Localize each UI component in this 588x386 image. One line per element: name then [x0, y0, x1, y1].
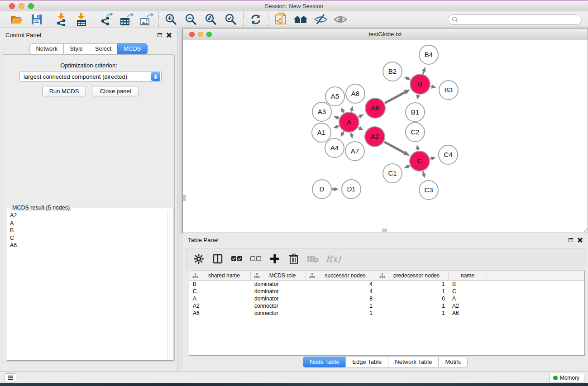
node-table[interactable]: shared nameMCDS rolesuccessor nodesprede…: [189, 271, 585, 356]
mcds-result-list[interactable]: A2ABCA6: [8, 211, 167, 360]
graph-node-C3[interactable]: C3: [419, 181, 438, 200]
horizontal-scroll-indicator[interactable]: [382, 229, 387, 232]
open-session-icon[interactable]: [9, 12, 24, 27]
export-network-icon[interactable]: [99, 12, 114, 27]
table-cell[interactable]: C: [449, 288, 487, 295]
table-cell[interactable]: B: [189, 281, 251, 287]
close-panel-icon[interactable]: [167, 33, 172, 38]
graph-node-A3[interactable]: A3: [312, 102, 331, 121]
delete-column-icon[interactable]: [288, 253, 300, 265]
graph-node-B[interactable]: B: [410, 74, 430, 94]
new-network-icon[interactable]: [273, 12, 288, 27]
graph-node-A7[interactable]: A7: [345, 142, 364, 161]
result-item[interactable]: C: [10, 234, 167, 242]
resize-grip-icon[interactable]: [581, 226, 587, 232]
edge-A6-B[interactable]: [385, 92, 405, 103]
table-cell[interactable]: 1: [376, 310, 449, 316]
table-cell[interactable]: connector: [251, 310, 306, 316]
tab-motifs[interactable]: Motifs: [438, 357, 468, 367]
vertical-scroll-indicator[interactable]: [183, 195, 186, 201]
network-canvas[interactable]: B4B2BB3A8A5A6A3B1AC2A1A2A4A7C4CC1C3DD1: [183, 40, 588, 233]
hide-graphics-details-icon[interactable]: [313, 12, 328, 27]
graph-node-C[interactable]: C: [410, 151, 430, 171]
edge-A-A4[interactable]: [343, 132, 344, 133]
graph-node-A4[interactable]: A4: [325, 138, 344, 157]
tab-select[interactable]: Select: [89, 43, 117, 54]
function-builder-icon[interactable]: f(x): [326, 254, 341, 264]
table-cell[interactable]: B: [449, 281, 487, 287]
status-menu-button[interactable]: [5, 373, 16, 382]
delete-table-icon[interactable]: [307, 253, 319, 265]
graph-node-B4[interactable]: B4: [419, 45, 438, 64]
tab-style[interactable]: Style: [63, 43, 89, 54]
table-cell[interactable]: 1: [306, 310, 376, 316]
table-row[interactable]: Cdominator41C: [189, 288, 584, 295]
result-item[interactable]: B: [10, 227, 167, 234]
graph-node-B3[interactable]: B3: [439, 81, 458, 100]
add-column-icon[interactable]: [269, 253, 281, 265]
edge-A-A6[interactable]: [359, 116, 359, 117]
column-header-predecessor-nodes[interactable]: predecessor nodes: [376, 271, 449, 280]
export-table-icon[interactable]: [119, 12, 134, 27]
graph-node-C2[interactable]: C2: [406, 123, 425, 142]
table-cell[interactable]: 4: [306, 281, 376, 287]
split-view-icon[interactable]: [212, 253, 224, 265]
tab-mcds[interactable]: MCDS: [117, 43, 147, 54]
graph-node-B1[interactable]: B1: [406, 103, 425, 122]
graph-node-A8[interactable]: A8: [346, 84, 365, 103]
table-settings-icon[interactable]: [193, 253, 205, 265]
table-row[interactable]: A6connector11A6: [189, 310, 584, 317]
memory-button[interactable]: Memory: [549, 373, 584, 382]
import-table-icon[interactable]: [74, 12, 89, 27]
column-header-MCDS-role[interactable]: MCDS role: [251, 271, 306, 280]
column-header-shared-name[interactable]: shared name: [189, 271, 251, 280]
search-input[interactable]: [460, 16, 578, 23]
table-cell[interactable]: dominator: [251, 281, 306, 287]
table-row[interactable]: A2connector11A2: [189, 302, 584, 310]
zoom-fit-icon[interactable]: [203, 12, 219, 27]
table-row[interactable]: Bdominator41B: [189, 281, 584, 288]
table-cell[interactable]: 1: [376, 281, 449, 287]
table-cell[interactable]: A: [449, 295, 487, 302]
graph-node-A2[interactable]: A2: [365, 127, 385, 147]
edge-A2-C[interactable]: [384, 142, 405, 152]
table-cell[interactable]: A2: [189, 303, 251, 309]
table-cell[interactable]: 0: [376, 295, 449, 302]
edge-C-C3[interactable]: [423, 172, 424, 174]
edge-A-A3[interactable]: [338, 118, 339, 119]
table-cell[interactable]: A2: [449, 303, 487, 309]
graph-node-A5[interactable]: A5: [325, 87, 344, 106]
zoom-out-icon[interactable]: [183, 12, 199, 27]
table-cell[interactable]: 1: [306, 303, 376, 309]
result-item[interactable]: A: [10, 219, 167, 227]
graph-node-D1[interactable]: D1: [342, 180, 361, 199]
table-cell[interactable]: 4: [306, 288, 376, 295]
table-cell[interactable]: A6: [449, 310, 487, 316]
table-cell[interactable]: 1: [376, 303, 449, 309]
network-graph[interactable]: B4B2BB3A8A5A6A3B1AC2A1A2A4A7C4CC1C3DD1: [183, 40, 588, 233]
edge-C-C1[interactable]: [408, 166, 410, 167]
table-cell[interactable]: dominator: [251, 295, 306, 302]
import-network-icon[interactable]: [54, 12, 69, 27]
column-header-successor-nodes[interactable]: successor nodes: [306, 271, 376, 280]
tab-network[interactable]: Network: [29, 43, 63, 54]
table-cell[interactable]: 1: [376, 288, 449, 295]
table-cell[interactable]: dominator: [251, 288, 306, 295]
edge-B-B2[interactable]: [408, 79, 411, 80]
table-cell[interactable]: A6: [189, 310, 251, 316]
save-session-icon[interactable]: [29, 12, 44, 27]
graph-node-A[interactable]: A: [339, 112, 359, 132]
search-box[interactable]: [448, 14, 582, 25]
table-cell[interactable]: 8: [306, 295, 376, 302]
table-cell[interactable]: connector: [251, 303, 306, 309]
tab-network-table[interactable]: Network Table: [388, 357, 438, 367]
optimization-criterion-dropdown[interactable]: largest connected component (directed): [19, 71, 162, 82]
edge-A-A7[interactable]: [351, 133, 352, 134]
zoom-in-icon[interactable]: [163, 12, 179, 27]
edge-A-A8[interactable]: [351, 110, 352, 111]
edge-B-B4[interactable]: [423, 71, 424, 73]
column-header-name[interactable]: name: [449, 271, 487, 280]
export-image-icon[interactable]: [139, 12, 154, 27]
edge-A-A1[interactable]: [338, 126, 339, 126]
table-cell[interactable]: A: [189, 295, 251, 302]
